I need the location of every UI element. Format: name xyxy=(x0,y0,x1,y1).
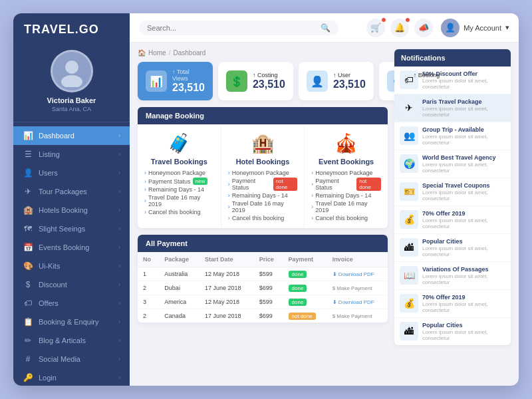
notification-item[interactable]: 🎫 Special Travel Coupons Lorem ipsum dol… xyxy=(394,178,511,206)
booking-detail: Honeymoon Package xyxy=(311,170,381,176)
pay-button[interactable]: $ Make Payment xyxy=(332,313,382,319)
notification-item[interactable]: 💰 70% Offer 2019 Lorem ipsum dolor sit a… xyxy=(394,290,511,318)
booking-card-2: 🎪 Event Bookings Honeymoon PackagePaymen… xyxy=(305,124,388,228)
booking-detail: Payment Status not done xyxy=(228,178,298,191)
notification-item[interactable]: 👥 Group Trip - Available Lorem ipsum dol… xyxy=(394,122,511,150)
nav-icon: 🏷 xyxy=(23,299,33,308)
cell-no: 2 xyxy=(138,309,159,323)
col-package: Package xyxy=(159,252,200,267)
notification-item[interactable]: 🌍 World Best Travel Agency Lorem ipsum d… xyxy=(394,150,511,178)
cell-date: 17 June 2018 xyxy=(200,309,254,323)
stat-info: ↑ User 23,510 xyxy=(333,72,366,90)
pay-button[interactable]: $ Make Payment xyxy=(332,285,382,291)
breadcrumb: 🏠 Home / Dashboard xyxy=(138,49,388,57)
cell-no: 1 xyxy=(138,267,159,281)
search-input[interactable] xyxy=(147,24,318,32)
booking-card-icon: 🎪 xyxy=(311,131,381,155)
sidebar-item-login[interactable]: 🔑Login› xyxy=(13,368,130,386)
chevron-right-icon: › xyxy=(118,300,120,307)
sidebar-item-ui-kits[interactable]: 🎨Ui-Kits› xyxy=(13,257,130,275)
cell-date: 17 June 2018 xyxy=(200,281,254,295)
stat-card-user: 👤 ↑ User 23,510 xyxy=(299,62,374,100)
cell-package: Canada xyxy=(159,309,200,323)
notification-item[interactable]: 🏙 Popular Cities Lorem ipsum dolor sit a… xyxy=(394,318,511,345)
notification-item[interactable]: 📖 Variations Of Passages Lorem ipsum dol… xyxy=(394,262,511,290)
notif-desc: Lorem ipsum dolor sit amet, consectetur xyxy=(422,329,505,341)
nav-icon: 🎨 xyxy=(23,261,33,271)
nav-icon: 🗺 xyxy=(23,224,33,233)
sidebar-item-tour-packages[interactable]: ✈Tour Packages› xyxy=(13,182,130,201)
search-box[interactable]: 🔍 xyxy=(139,21,338,35)
notif-content: World Best Travel Agency Lorem ipsum dol… xyxy=(422,154,505,174)
notification-item[interactable]: 🏷 50% Discount Offer Lorem ipsum dolor s… xyxy=(394,66,511,94)
alert-icon[interactable]: 📣 xyxy=(414,19,433,37)
notif-title: World Best Travel Agency xyxy=(422,154,505,161)
notification-item[interactable]: ✈ Paris Travel Package Lorem ipsum dolor… xyxy=(394,94,511,122)
sidebar-item-hotels-booking[interactable]: 🏨Hotels Booking› xyxy=(13,201,130,219)
booking-detail: Travel Date 16 may 2019 xyxy=(144,194,214,207)
chevron-right-icon: › xyxy=(118,263,120,269)
booking-detail: Travel Date 16 may 2019 xyxy=(311,200,381,213)
topbar: 🔍 🛒 🔔 📣 👤 My Account ▾ xyxy=(130,13,519,43)
sidebar-item-events-booking[interactable]: 📅Events Booking› xyxy=(13,238,130,257)
cell-price: $599 xyxy=(254,267,283,281)
download-button[interactable]: ⬇ Download PDF xyxy=(332,271,382,277)
profile-name: Victoria Baker xyxy=(47,96,96,104)
nav-label: Dashboard xyxy=(39,132,74,140)
nav-icon: ✏ xyxy=(23,336,33,345)
notifications-section: Notifications 🏷 50% Discount Offer Lorem… xyxy=(394,49,511,345)
notification-item[interactable]: 🏙 Popular Cities Lorem ipsum dolor sit a… xyxy=(394,234,511,262)
stat-info: ↑ Costing 23,510 xyxy=(253,72,285,90)
sidebar-item-offers[interactable]: 🏷Offers› xyxy=(13,294,130,313)
cell-package: Australia xyxy=(159,267,200,281)
table-row: 3 America 12 May 2018 $599 done ⬇ Downlo… xyxy=(138,295,388,309)
stat-info: ↑ Total Views 23,510 xyxy=(172,68,205,94)
cell-package: America xyxy=(159,295,200,309)
nav-label: Booking & Enquiry xyxy=(39,318,99,326)
sidebar-item-users[interactable]: 👤Users› xyxy=(13,164,130,182)
sidebar-item-booking-&-enquiry[interactable]: 📋Booking & Enquiry› xyxy=(13,313,130,331)
chevron-right-icon: › xyxy=(118,374,120,381)
home-icon: 🏠 xyxy=(138,49,146,57)
cell-payment: done xyxy=(283,295,327,309)
sidebar-item-social-media[interactable]: #Social Media› xyxy=(13,350,130,368)
nav-label: Events Booking xyxy=(39,243,89,251)
nav-label: Blog & Articals xyxy=(39,336,86,344)
stat-cards: 📊 ↑ Total Views 23,510 💲 ↑ Costing 23,51… xyxy=(138,62,388,100)
bell-icon[interactable]: 🔔 xyxy=(390,19,409,37)
chevron-right-icon: › xyxy=(118,188,120,195)
sidebar-item-listing[interactable]: ☰Listing› xyxy=(13,145,130,164)
avatar xyxy=(51,50,93,92)
booking-detail: Cancel this booking xyxy=(144,209,214,215)
table-row: 2 Canada 17 June 2018 $699 not done $ Ma… xyxy=(138,309,388,323)
notifications-header: Notifications xyxy=(394,49,511,66)
notification-item[interactable]: 💰 70% Offer 2019 Lorem ipsum dolor sit a… xyxy=(394,206,511,234)
booking-detail: Payment Status not done xyxy=(311,178,381,191)
sidebar-item-slight-seeings[interactable]: 🗺Slight Seeings› xyxy=(13,219,130,238)
booking-card-1: 🏨 Hotel Bookings Honeymoon PackagePaymen… xyxy=(221,124,305,228)
nav-icon: 📊 xyxy=(23,131,33,140)
chevron-right-icon: › xyxy=(118,132,120,139)
sidebar-item-discount[interactable]: $Discount› xyxy=(13,275,130,294)
sidebar-item-blog-&-articals[interactable]: ✏Blog & Articals› xyxy=(13,331,130,350)
nav-icon: $ xyxy=(23,280,33,289)
nav-icon: 📋 xyxy=(23,317,33,327)
notif-content: Paris Travel Package Lorem ipsum dolor s… xyxy=(422,98,505,118)
stat-trend: ↑ User xyxy=(333,72,366,78)
breadcrumb-current: Dashboard xyxy=(173,49,205,57)
stat-trend: ↑ Costing xyxy=(253,72,285,78)
chevron-right-icon: › xyxy=(118,281,120,288)
notif-content: Popular Cities Lorem ipsum dolor sit ame… xyxy=(422,238,505,257)
user-menu[interactable]: 👤 My Account ▾ xyxy=(441,19,509,37)
cell-payment: not done xyxy=(283,309,327,323)
stat-trend: ↑ Total Views xyxy=(172,68,205,82)
status-badge: done xyxy=(289,299,307,306)
cell-no: 3 xyxy=(138,295,159,309)
notif-title: 70% Offer 2019 xyxy=(422,294,505,301)
cart-icon[interactable]: 🛒 xyxy=(366,19,385,37)
booking-detail: Honeymoon Package xyxy=(144,170,214,176)
sidebar-item-dashboard[interactable]: 📊Dashboard› xyxy=(13,126,130,145)
download-button[interactable]: ⬇ Download PDF xyxy=(332,299,382,305)
nav-label: Social Media xyxy=(39,355,80,363)
notif-thumb: ✈ xyxy=(400,98,418,117)
